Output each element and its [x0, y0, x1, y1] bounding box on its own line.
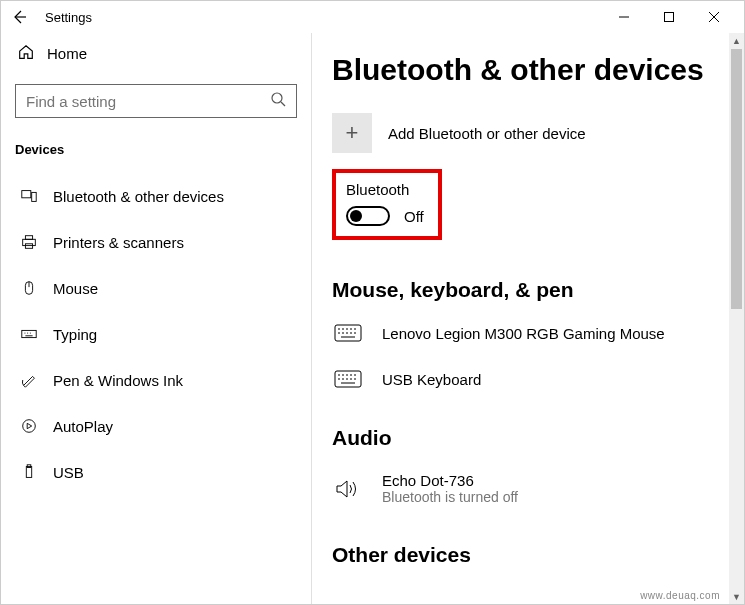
svg-rect-8 — [23, 239, 36, 245]
sidebar-item-autoplay[interactable]: AutoPlay — [13, 405, 299, 447]
usb-icon — [19, 463, 39, 481]
keyboard-icon — [332, 324, 364, 342]
sidebar-item-pen[interactable]: Pen & Windows Ink — [13, 359, 299, 401]
svg-rect-7 — [32, 192, 37, 201]
device-info: Lenovo Legion M300 RGB Gaming Mouse — [382, 325, 665, 342]
bluetooth-toggle-row: Off — [346, 206, 424, 226]
search-box[interactable] — [15, 84, 297, 118]
maximize-button[interactable] — [646, 2, 691, 32]
typing-icon — [19, 325, 39, 343]
mouse-icon — [19, 279, 39, 297]
window-title: Settings — [45, 10, 92, 25]
devices-icon — [19, 187, 39, 205]
toggle-knob — [350, 210, 362, 222]
scroll-down-arrow[interactable]: ▼ — [729, 589, 744, 604]
svg-rect-10 — [25, 244, 32, 249]
plus-icon: + — [332, 113, 372, 153]
main-layout: Home Devices Bluetooth & other devices P… — [1, 33, 744, 604]
page-title: Bluetooth & other devices — [332, 53, 732, 87]
svg-rect-19 — [26, 467, 31, 478]
nav-label: AutoPlay — [53, 418, 113, 435]
svg-rect-9 — [25, 236, 32, 240]
nav-label: Printers & scanners — [53, 234, 184, 251]
home-nav[interactable]: Home — [13, 33, 299, 74]
svg-line-5 — [281, 102, 285, 106]
titlebar-left: Settings — [9, 7, 92, 27]
nav-label: Mouse — [53, 280, 98, 297]
bluetooth-state: Off — [404, 208, 424, 225]
titlebar: Settings — [1, 1, 744, 33]
scrollbar[interactable]: ▲ ▼ — [729, 33, 744, 604]
svg-rect-13 — [22, 330, 36, 337]
device-item[interactable]: USB Keyboard — [332, 362, 732, 408]
svg-rect-6 — [22, 191, 31, 198]
sidebar-section-label: Devices — [13, 136, 299, 171]
sidebar-item-usb[interactable]: USB — [13, 451, 299, 493]
home-icon — [17, 43, 35, 64]
device-status: Bluetooth is turned off — [382, 489, 518, 505]
scroll-up-arrow[interactable]: ▲ — [729, 33, 744, 48]
section-other-title: Other devices — [332, 543, 732, 567]
speaker-icon — [332, 478, 364, 500]
nav-label: Typing — [53, 326, 97, 343]
nav-label: Bluetooth & other devices — [53, 188, 224, 205]
device-item[interactable]: Lenovo Legion M300 RGB Gaming Mouse — [332, 316, 732, 362]
svg-rect-1 — [664, 13, 673, 22]
section-mouse-keyboard-title: Mouse, keyboard, & pen — [332, 278, 732, 302]
scrollbar-thumb[interactable] — [731, 49, 742, 309]
content-pane: Bluetooth & other devices + Add Bluetoot… — [311, 33, 744, 604]
svg-point-4 — [272, 93, 282, 103]
section-audio-title: Audio — [332, 426, 732, 450]
sidebar-item-typing[interactable]: Typing — [13, 313, 299, 355]
keyboard-icon — [332, 370, 364, 388]
bluetooth-toggle[interactable] — [346, 206, 390, 226]
bluetooth-label: Bluetooth — [346, 181, 424, 198]
svg-rect-20 — [27, 465, 31, 468]
sidebar-item-printers[interactable]: Printers & scanners — [13, 221, 299, 263]
search-input[interactable] — [26, 93, 270, 110]
nav-label: Pen & Windows Ink — [53, 372, 183, 389]
device-info: USB Keyboard — [382, 371, 481, 388]
nav-label: USB — [53, 464, 84, 481]
device-name: Echo Dot-736 — [382, 472, 518, 489]
device-name: USB Keyboard — [382, 371, 481, 388]
window-controls — [601, 2, 736, 32]
printer-icon — [19, 233, 39, 251]
watermark: www.deuaq.com — [640, 590, 720, 601]
device-name: Lenovo Legion M300 RGB Gaming Mouse — [382, 325, 665, 342]
home-label: Home — [47, 45, 87, 62]
autoplay-icon — [19, 417, 39, 435]
back-button[interactable] — [9, 7, 29, 27]
pen-icon — [19, 371, 39, 389]
sidebar-item-mouse[interactable]: Mouse — [13, 267, 299, 309]
close-button[interactable] — [691, 2, 736, 32]
content-scroll: Bluetooth & other devices + Add Bluetoot… — [332, 53, 744, 604]
search-icon — [270, 91, 286, 111]
add-device-label: Add Bluetooth or other device — [388, 125, 586, 142]
sidebar-item-bluetooth[interactable]: Bluetooth & other devices — [13, 175, 299, 217]
device-item[interactable]: Echo Dot-736 Bluetooth is turned off — [332, 464, 732, 525]
add-device-button[interactable]: + Add Bluetooth or other device — [332, 113, 732, 153]
bluetooth-highlight-box: Bluetooth Off — [332, 169, 442, 240]
svg-point-18 — [23, 420, 36, 433]
device-info: Echo Dot-736 Bluetooth is turned off — [382, 472, 518, 505]
minimize-button[interactable] — [601, 2, 646, 32]
sidebar: Home Devices Bluetooth & other devices P… — [1, 33, 311, 604]
